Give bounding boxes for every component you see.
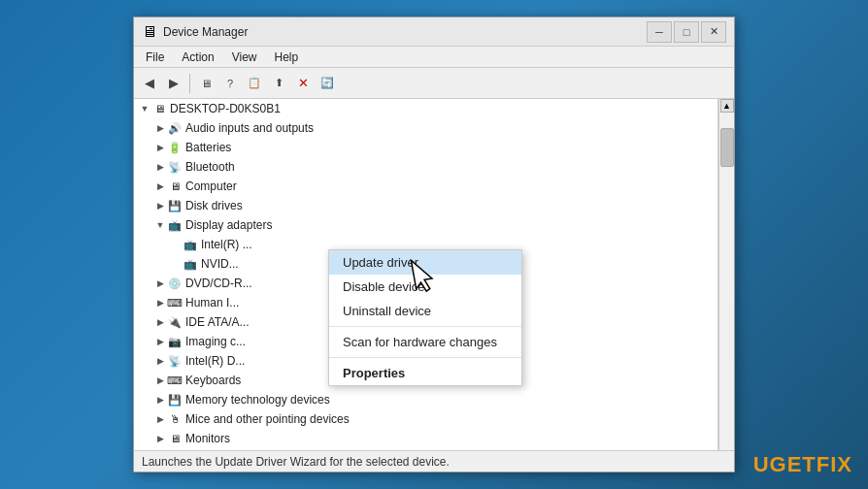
tree-item-monitors[interactable]: ▶ 🖥 Monitors: [134, 429, 718, 448]
bluetooth-label: Bluetooth: [185, 160, 235, 174]
keyboards-arrow: ▶: [153, 375, 167, 385]
menu-file[interactable]: File: [138, 49, 172, 66]
tree-item-display[interactable]: ▼ 📺 Display adapters: [134, 215, 718, 235]
batteries-label: Batteries: [185, 141, 231, 154]
monitors-arrow: ▶: [153, 434, 167, 443]
tree-item-disk[interactable]: ▶ 💾 Disk drives: [134, 196, 718, 215]
intel2-label: Intel(R) D...: [185, 354, 245, 368]
display-arrow: ▼: [153, 220, 167, 230]
intel2-arrow: ▶: [153, 356, 167, 366]
title-bar-icon: 🖥: [142, 24, 157, 40]
dvd-label: DVD/CD-R...: [185, 277, 252, 290]
maximize-button[interactable]: □: [674, 21, 699, 43]
keyboards-icon: ⌨: [167, 373, 183, 388]
close-button[interactable]: ✕: [701, 21, 726, 43]
hid-arrow: ▶: [153, 298, 167, 308]
ide-arrow: ▶: [153, 317, 167, 327]
root-icon: 🖥: [151, 101, 167, 116]
display-label: Display adapters: [185, 218, 272, 232]
watermark-text3: FIX: [817, 452, 852, 476]
monitors-icon: 🖥: [167, 431, 183, 446]
ctx-properties[interactable]: Properties: [329, 361, 521, 385]
imaging-label: Imaging c...: [185, 335, 246, 348]
mice-label: Mice and other pointing devices: [185, 412, 350, 426]
intel-icon: 📺: [183, 237, 198, 252]
computer-icon-btn[interactable]: 🖥: [194, 72, 217, 95]
toolbar-separator-1: [189, 74, 190, 93]
title-bar: 🖥 Device Manager ─ □ ✕: [134, 17, 734, 47]
toolbar: ◀ ▶ 🖥 ? 📋 ⬆ ✕ 🔄: [134, 68, 734, 99]
tree-item-audio[interactable]: ▶ 🔊 Audio inputs and outputs: [134, 118, 718, 138]
intel-label: Intel(R) ...: [201, 238, 252, 251]
scrollbar[interactable]: ▲: [718, 99, 734, 450]
ctx-uninstall-device[interactable]: Uninstall device: [329, 299, 521, 323]
mice-arrow: ▶: [153, 414, 167, 424]
context-menu: Update driver Disable device Uninstall d…: [328, 249, 522, 386]
audio-arrow: ▶: [153, 123, 167, 133]
dvd-icon: 💿: [167, 276, 183, 291]
watermark-text1: UG: [753, 452, 787, 476]
computer-label: Computer: [185, 179, 237, 193]
scroll-up-button[interactable]: ▲: [720, 99, 734, 113]
root-arrow: ▼: [138, 104, 151, 114]
menu-action[interactable]: Action: [174, 49, 221, 66]
title-bar-text: Device Manager: [163, 25, 647, 39]
scan-btn[interactable]: 🔄: [316, 72, 339, 95]
delete-btn[interactable]: ✕: [291, 72, 315, 95]
tree-item-batteries[interactable]: ▶ 🔋 Batteries: [134, 138, 718, 157]
computer-arrow: ▶: [153, 181, 167, 191]
mice-icon: 🖱: [167, 411, 183, 427]
imaging-icon: 📷: [167, 334, 183, 349]
watermark-text2: ET: [787, 452, 817, 476]
tree-panel[interactable]: ▼ 🖥 DESKTOP-D0KS0B1 ▶ 🔊 Audio inputs and…: [134, 99, 718, 450]
hid-label: Human I...: [185, 296, 239, 310]
tree-item-network[interactable]: ▶ 🌐 Network adapters: [134, 448, 718, 450]
disk-label: Disk drives: [185, 199, 243, 212]
hid-icon: ⌨: [167, 295, 183, 310]
keyboards-label: Keyboards: [185, 374, 241, 387]
properties-btn[interactable]: 📋: [243, 72, 266, 95]
status-text: Launches the Update Driver Wizard for th…: [142, 455, 450, 469]
batteries-icon: 🔋: [167, 140, 183, 155]
nvidia-icon: 📺: [183, 256, 198, 272]
content-area: ▼ 🖥 DESKTOP-D0KS0B1 ▶ 🔊 Audio inputs and…: [134, 99, 734, 450]
back-button[interactable]: ◀: [138, 72, 161, 95]
watermark: UGETFIX: [753, 452, 852, 477]
dvd-arrow: ▶: [153, 278, 167, 288]
ctx-separator-2: [329, 357, 521, 358]
scroll-thumb[interactable]: [720, 128, 734, 167]
menu-help[interactable]: Help: [267, 49, 307, 66]
ide-icon: 🔌: [167, 314, 183, 330]
forward-button[interactable]: ▶: [162, 72, 185, 95]
ctx-scan-hardware[interactable]: Scan for hardware changes: [329, 330, 521, 354]
tree-item-computer[interactable]: ▶ 🖥 Computer: [134, 177, 718, 196]
tree-item-mice[interactable]: ▶ 🖱 Mice and other pointing devices: [134, 409, 718, 429]
menu-bar: File Action View Help: [134, 47, 734, 68]
intel2-icon: 📡: [167, 353, 183, 369]
tree-item-memory[interactable]: ▶ 💾 Memory technology devices: [134, 390, 718, 409]
batteries-arrow: ▶: [153, 143, 167, 152]
display-icon: 📺: [167, 217, 183, 233]
title-bar-controls: ─ □ ✕: [647, 21, 726, 43]
minimize-button[interactable]: ─: [647, 21, 672, 43]
ide-label: IDE ATA/A...: [185, 315, 250, 329]
memory-arrow: ▶: [153, 395, 167, 405]
help-icon-btn[interactable]: ?: [218, 72, 242, 95]
audio-icon: 🔊: [167, 120, 183, 136]
ctx-separator-1: [329, 326, 521, 327]
tree-item-bluetooth[interactable]: ▶ 📡 Bluetooth: [134, 157, 718, 177]
ctx-update-driver[interactable]: Update driver: [329, 250, 521, 275]
computer-icon: 🖥: [167, 179, 183, 194]
audio-label: Audio inputs and outputs: [185, 121, 314, 135]
root-label: DESKTOP-D0KS0B1: [170, 102, 281, 115]
bluetooth-arrow: ▶: [153, 162, 167, 172]
memory-icon: 💾: [167, 392, 183, 408]
tree-root[interactable]: ▼ 🖥 DESKTOP-D0KS0B1: [134, 99, 718, 118]
menu-view[interactable]: View: [224, 49, 265, 66]
update-btn[interactable]: ⬆: [267, 72, 290, 95]
nvidia-label: NVID...: [201, 257, 239, 271]
monitors-label: Monitors: [185, 432, 230, 445]
device-manager-window: 🖥 Device Manager ─ □ ✕ File Action View …: [133, 16, 735, 473]
bluetooth-icon: 📡: [167, 159, 183, 175]
ctx-disable-device[interactable]: Disable device: [329, 275, 521, 299]
